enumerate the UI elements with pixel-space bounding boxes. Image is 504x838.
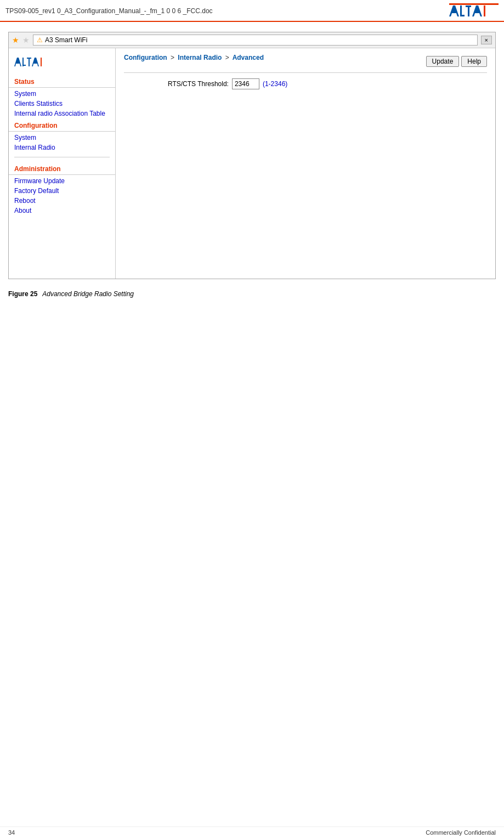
svg-rect-17 (34, 62, 37, 63)
sidebar-divider (14, 157, 110, 157)
sidebar-item-firmware-update[interactable]: Firmware Update (9, 176, 115, 186)
rts-label: RTS/CTS Threshold: (168, 80, 229, 88)
browser-content: Status System Clients Statistics Interna… (9, 48, 495, 279)
svg-rect-3 (460, 15, 465, 16)
update-button[interactable]: Update (426, 56, 460, 67)
sidebar-section-status: Status (9, 75, 115, 88)
svg-rect-7 (475, 11, 479, 12)
main-divider (124, 72, 487, 73)
figure-number: Figure 25 (8, 290, 37, 298)
close-button[interactable]: × (481, 36, 492, 44)
page-body: ★ ★ ⚠ A3 Smart WiFi × (0, 22, 504, 303)
footer-confidential: Commercially Confidential (426, 829, 496, 836)
svg-rect-5 (468, 5, 469, 16)
sidebar-logo (9, 54, 115, 75)
sidebar-item-internal-radio-assoc[interactable]: Internal radio Association Table (9, 109, 115, 118)
browser-window: ★ ★ ⚠ A3 Smart WiFi × (8, 32, 496, 279)
main-panel: Configuration > Internal Radio > Advance… (116, 48, 495, 279)
sidebar-item-factory-default[interactable]: Factory Default (9, 186, 115, 196)
page-icon: ⚠ (37, 36, 43, 44)
breadcrumb-internal-radio[interactable]: Internal Radio (178, 54, 222, 61)
sidebar-item-internal-radio-config[interactable]: Internal Radio (9, 143, 115, 152)
svg-rect-18 (41, 58, 42, 66)
breadcrumb-config[interactable]: Configuration (124, 54, 167, 61)
sidebar-item-reboot[interactable]: Reboot (9, 196, 115, 206)
address-bar[interactable]: ⚠ A3 Smart WiFi (33, 35, 478, 46)
svg-rect-13 (22, 65, 26, 66)
address-text: A3 Smart WiFi (45, 36, 87, 44)
svg-rect-1 (452, 11, 456, 12)
sidebar-item-about[interactable]: About (9, 206, 115, 216)
figure-caption-text: Advanced Bridge Radio Setting (42, 290, 134, 298)
sidebar-item-clients-statistics[interactable]: Clients Statistics (9, 99, 115, 109)
doc-header: TPS09-005_rev1 0_A3_Configuration_Manual… (0, 0, 504, 22)
doc-footer: 34 Commercially Confidential (0, 826, 504, 838)
sidebar-section-configuration: Configuration (9, 118, 115, 132)
toolbar: Update Help (426, 56, 487, 67)
rts-cts-form-row: RTS/CTS Threshold: (1-2346) (124, 78, 487, 89)
footer-page: 34 (8, 829, 15, 836)
browser-toolbar: ★ ★ ⚠ A3 Smart WiFi × (9, 32, 495, 48)
breadcrumb-sep1: > (171, 54, 174, 61)
doc-title: TPS09-005_rev1 0_A3_Configuration_Manual… (5, 7, 213, 15)
sidebar-section-administration: Administration (9, 162, 115, 175)
sidebar-item-system-config[interactable]: System (9, 133, 115, 143)
sidebar: Status System Clients Statistics Interna… (9, 48, 116, 279)
svg-rect-11 (16, 62, 19, 63)
sidebar-item-system-status[interactable]: System (9, 89, 115, 99)
help-button[interactable]: Help (461, 56, 487, 67)
breadcrumb-current: Advanced (233, 54, 264, 61)
svg-rect-8 (484, 5, 485, 16)
svg-rect-9 (449, 3, 499, 5)
rts-hint: (1-2346) (263, 80, 287, 88)
rts-input[interactable] (232, 78, 259, 89)
altai-logo (449, 3, 499, 19)
favorite-star-icon[interactable]: ★ (12, 36, 19, 44)
svg-rect-15 (29, 58, 30, 66)
figure-caption: Figure 25 Advanced Bridge Radio Setting (8, 290, 496, 298)
breadcrumb-sep2: > (225, 54, 229, 61)
feed-star-icon[interactable]: ★ (22, 36, 30, 44)
